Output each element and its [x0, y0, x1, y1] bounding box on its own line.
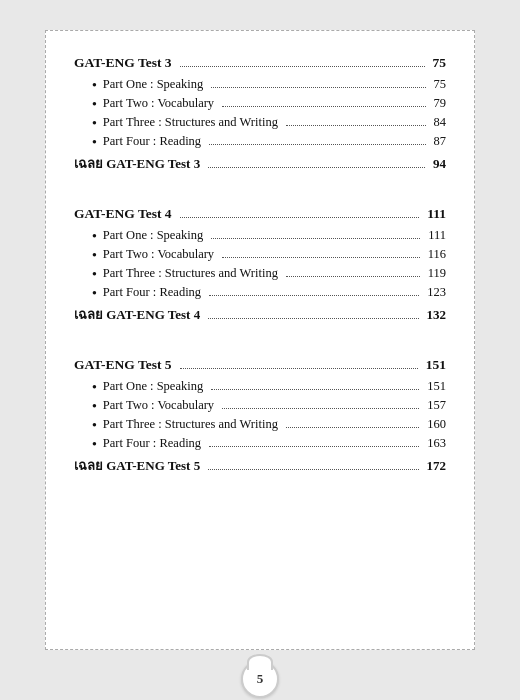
sub-item-label: Part Four : Reading — [103, 134, 201, 149]
section-dots-test3 — [180, 66, 425, 67]
sub-items-test3: ●Part One : Speaking75●Part Two : Vocabu… — [74, 77, 446, 149]
section-title-row-test5: GAT-ENG Test 5151 — [74, 357, 446, 373]
sub-page-num: 87 — [434, 134, 447, 149]
section-dots-test4 — [180, 217, 420, 218]
sub-page-num: 119 — [428, 266, 446, 281]
sub-item-row: ●Part Two : Vocabulary116 — [92, 247, 446, 262]
answer-page-test5: 172 — [427, 458, 447, 474]
sub-item-label: Part Two : Vocabulary — [103, 398, 214, 413]
sub-page-num: 123 — [427, 285, 446, 300]
sub-dots — [209, 446, 419, 447]
section-page-test3: 75 — [433, 55, 447, 71]
section-page-test4: 111 — [427, 206, 446, 222]
section-test3: GAT-ENG Test 375●Part One : Speaking75●P… — [74, 55, 446, 174]
sub-dots — [222, 106, 425, 107]
bullet-icon: ● — [92, 250, 97, 259]
sub-items-test4: ●Part One : Speaking111●Part Two : Vocab… — [74, 228, 446, 300]
sub-item-label: Part Four : Reading — [103, 436, 201, 451]
answer-dots-test3 — [208, 167, 425, 168]
sub-item-row: ●Part Two : Vocabulary79 — [92, 96, 446, 111]
sub-item-row: ●Part Four : Reading163 — [92, 436, 446, 451]
bullet-icon: ● — [92, 401, 97, 410]
sub-page-num: 84 — [434, 115, 447, 130]
answer-dots-test5 — [208, 469, 418, 470]
section-title-row-test3: GAT-ENG Test 375 — [74, 55, 446, 71]
sub-dots — [286, 427, 419, 428]
section-spacer — [74, 343, 446, 357]
sub-dots — [211, 87, 425, 88]
sub-item-row: ●Part Three : Structures and Writing84 — [92, 115, 446, 130]
bullet-icon: ● — [92, 118, 97, 127]
sub-dots — [286, 276, 420, 277]
section-title-test3: GAT-ENG Test 3 — [74, 55, 172, 71]
bullet-icon: ● — [92, 382, 97, 391]
bullet-icon: ● — [92, 269, 97, 278]
sub-item-label: Part Two : Vocabulary — [103, 247, 214, 262]
toc-page: GAT-ENG Test 375●Part One : Speaking75●P… — [45, 30, 475, 650]
section-dots-test5 — [180, 368, 418, 369]
section-spacer — [74, 192, 446, 206]
sub-page-num: 163 — [427, 436, 446, 451]
answer-row-test4: เฉลย GAT-ENG Test 4132 — [74, 304, 446, 325]
section-title-test4: GAT-ENG Test 4 — [74, 206, 172, 222]
sub-item-row: ●Part One : Speaking151 — [92, 379, 446, 394]
bullet-icon: ● — [92, 99, 97, 108]
sub-item-row: ●Part Three : Structures and Writing160 — [92, 417, 446, 432]
sub-page-num: 157 — [427, 398, 446, 413]
answer-label-test3: เฉลย GAT-ENG Test 3 — [74, 153, 200, 174]
sub-item-row: ●Part Four : Reading123 — [92, 285, 446, 300]
sub-page-num: 111 — [428, 228, 446, 243]
answer-row-test3: เฉลย GAT-ENG Test 394 — [74, 153, 446, 174]
sub-dots — [222, 257, 420, 258]
answer-row-test5: เฉลย GAT-ENG Test 5172 — [74, 455, 446, 476]
page-footer: 5 — [241, 660, 279, 698]
bullet-icon: ● — [92, 420, 97, 429]
sub-item-row: ●Part One : Speaking75 — [92, 77, 446, 92]
sub-dots — [286, 125, 426, 126]
section-test5: GAT-ENG Test 5151●Part One : Speaking151… — [74, 357, 446, 476]
sub-dots — [211, 389, 419, 390]
sub-item-label: Part Two : Vocabulary — [103, 96, 214, 111]
sub-item-row: ●Part One : Speaking111 — [92, 228, 446, 243]
answer-page-test4: 132 — [427, 307, 447, 323]
sub-item-label: Part Four : Reading — [103, 285, 201, 300]
sub-page-num: 79 — [434, 96, 447, 111]
bullet-icon: ● — [92, 231, 97, 240]
sub-items-test5: ●Part One : Speaking151●Part Two : Vocab… — [74, 379, 446, 451]
sub-page-num: 151 — [427, 379, 446, 394]
section-test4: GAT-ENG Test 4111●Part One : Speaking111… — [74, 206, 446, 325]
sub-dots — [209, 144, 425, 145]
bullet-icon: ● — [92, 439, 97, 448]
sub-dots — [222, 408, 419, 409]
sub-item-label: Part One : Speaking — [103, 379, 203, 394]
footer-page-number: 5 — [257, 671, 264, 687]
sub-dots — [211, 238, 420, 239]
sub-item-label: Part One : Speaking — [103, 228, 203, 243]
bullet-icon: ● — [92, 288, 97, 297]
sub-item-label: Part One : Speaking — [103, 77, 203, 92]
section-title-row-test4: GAT-ENG Test 4111 — [74, 206, 446, 222]
page-number-badge: 5 — [241, 660, 279, 698]
sub-item-row: ●Part Three : Structures and Writing119 — [92, 266, 446, 281]
section-title-test5: GAT-ENG Test 5 — [74, 357, 172, 373]
sub-item-row: ●Part Four : Reading87 — [92, 134, 446, 149]
sub-item-label: Part Three : Structures and Writing — [103, 417, 278, 432]
answer-dots-test4 — [208, 318, 418, 319]
sub-page-num: 116 — [428, 247, 446, 262]
sub-item-row: ●Part Two : Vocabulary157 — [92, 398, 446, 413]
sub-page-num: 75 — [434, 77, 447, 92]
answer-label-test4: เฉลย GAT-ENG Test 4 — [74, 304, 200, 325]
bullet-icon: ● — [92, 137, 97, 146]
answer-page-test3: 94 — [433, 156, 446, 172]
sub-item-label: Part Three : Structures and Writing — [103, 115, 278, 130]
sub-page-num: 160 — [427, 417, 446, 432]
sub-item-label: Part Three : Structures and Writing — [103, 266, 278, 281]
bullet-icon: ● — [92, 80, 97, 89]
section-page-test5: 151 — [426, 357, 446, 373]
answer-label-test5: เฉลย GAT-ENG Test 5 — [74, 455, 200, 476]
sub-dots — [209, 295, 419, 296]
